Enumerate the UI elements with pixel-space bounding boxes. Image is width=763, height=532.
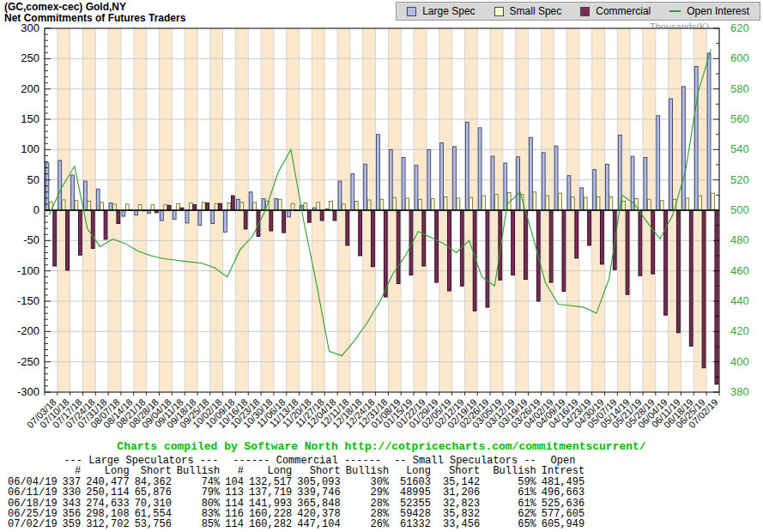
bar-large-spec (71, 175, 75, 210)
bar-small-spec (75, 201, 78, 210)
left-axis-tick: 250 (2, 52, 39, 64)
bar-commercial (206, 203, 209, 210)
table-column-header: Bullish (343, 466, 391, 476)
chart-canvas (45, 28, 719, 397)
bar-commercial (117, 210, 120, 224)
right-axis-tick: 620 (730, 22, 763, 34)
legend-item-small-spec: Small Spec (494, 5, 562, 17)
table-column-header: # (60, 466, 84, 476)
bar-small-spec (164, 205, 167, 210)
value-cell: 447,104 (294, 519, 342, 529)
left-axis-tick: -100 (2, 265, 39, 277)
left-axis-tick: 0 (2, 204, 39, 216)
bar-small-spec (494, 195, 498, 210)
bar-large-spec (567, 176, 571, 210)
bar-large-spec (351, 174, 354, 210)
bar-small-spec (342, 204, 345, 210)
bar-small-spec (457, 198, 460, 210)
table-column-header: Intrest (539, 466, 587, 476)
bar-small-spec (647, 199, 651, 210)
right-axis-tick: 440 (730, 295, 763, 307)
right-axis-tick: 480 (730, 234, 763, 246)
value-cell: 330 (60, 487, 84, 498)
bar-commercial (562, 210, 566, 292)
right-axis-tick: 520 (730, 174, 763, 186)
value-cell: 65,876 (132, 487, 174, 498)
bar-commercial (549, 210, 553, 282)
bar-commercial (448, 210, 451, 291)
right-axis-tick: 420 (730, 325, 763, 337)
bar-small-spec (699, 196, 702, 210)
bar-large-spec (389, 149, 392, 210)
bar-small-spec (215, 203, 218, 210)
left-axis-tick: 100 (2, 143, 39, 155)
table-column-header: Bullish (174, 466, 222, 476)
legend-item-commercial: Commercial (580, 5, 651, 17)
left-axis-tick: -300 (2, 386, 39, 398)
bar-commercial (524, 210, 528, 280)
bar-small-spec (88, 201, 91, 210)
credit-line: Charts compiled by Software North http:/… (0, 440, 763, 453)
bar-commercial (435, 210, 439, 282)
bar-large-spec (185, 210, 189, 223)
bar-commercial (320, 210, 324, 221)
bar-large-spec (465, 123, 469, 210)
bar-large-spec (606, 164, 609, 210)
bar-commercial (193, 205, 197, 210)
value-cell: 113 (222, 487, 246, 498)
bar-large-spec (288, 210, 291, 217)
value-cell: 29% (343, 487, 391, 498)
value-cell: 339,746 (294, 487, 342, 498)
bar-small-spec (712, 193, 715, 210)
right-axis-tick: 600 (730, 52, 763, 64)
bar-large-spec (554, 146, 558, 210)
bar-commercial (397, 210, 400, 284)
bar-commercial (651, 210, 655, 274)
bar-small-spec (596, 196, 600, 210)
left-axis-tick: -50 (2, 234, 39, 246)
value-cell: 79% (174, 487, 222, 498)
cot-data-table: --- Large Speculators --------- Commerci… (5, 456, 587, 530)
bar-small-spec (202, 203, 205, 210)
table-column-header: Bullish (482, 466, 539, 476)
report-date-cell: 07/02/19 (5, 519, 60, 529)
table-corner (5, 456, 60, 466)
bar-large-spec (249, 192, 252, 210)
value-cell: 114 (222, 519, 246, 529)
bar-large-spec (504, 163, 507, 210)
bar-small-spec (482, 196, 486, 210)
bar-commercial (422, 210, 426, 266)
bar-commercial (219, 203, 222, 210)
legend-label: Open Interest (687, 5, 749, 17)
bar-large-spec (122, 210, 125, 216)
bar-large-spec (694, 67, 698, 210)
bar-large-spec (427, 149, 431, 210)
bar-commercial (167, 205, 171, 210)
bar-large-spec (440, 143, 444, 210)
report-date-cell: 06/11/19 (5, 487, 60, 498)
value-cell: 605,949 (539, 519, 587, 529)
left-axis-tick: 150 (2, 113, 39, 125)
table-row: 06/11/19330250,11465,87679%113137,719339… (5, 487, 587, 498)
bar-commercial (359, 210, 362, 256)
value-cell: 61332 (391, 519, 433, 529)
bar-large-spec (453, 147, 457, 210)
bar-small-spec (380, 199, 384, 210)
bar-small-spec (609, 196, 613, 210)
commercial-swatch-icon (580, 7, 590, 16)
bar-small-spec (278, 199, 282, 210)
bar-small-spec (367, 200, 371, 210)
bar-large-spec (580, 188, 584, 210)
left-axis-tick: -250 (2, 356, 39, 368)
left-axis-tick: -200 (2, 325, 39, 337)
legend-label: Commercial (596, 5, 651, 17)
bar-large-spec (275, 199, 278, 210)
table-column-header: Long (246, 466, 294, 476)
value-cell: 137,719 (246, 487, 294, 498)
bar-commercial (676, 210, 680, 333)
bar-commercial (231, 196, 234, 210)
bar-large-spec (542, 153, 545, 210)
value-cell: 312,702 (83, 519, 131, 529)
bar-commercial (384, 210, 387, 297)
value-cell: 53,756 (132, 519, 174, 529)
